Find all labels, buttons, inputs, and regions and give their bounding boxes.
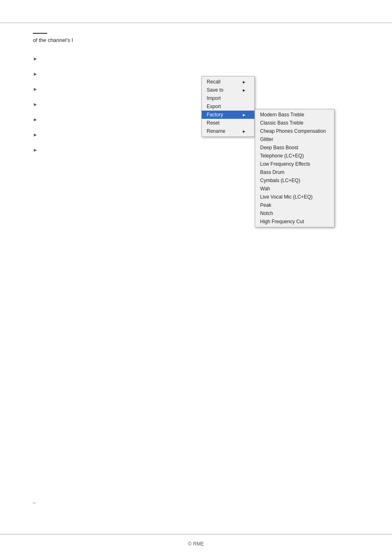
bullet-arrow-icon: ► [33,86,38,92]
context-menu-recall[interactable]: Recall ► [202,78,254,86]
bullet-arrow-icon: ► [33,56,38,62]
submenu-high-frequency-cut[interactable]: High Frequency Cut [255,217,334,226]
save-to-submenu-arrow-icon: ► [242,88,246,92]
submenu-telephone[interactable]: Telephone (LC+EQ) [255,152,334,160]
list-item: ► [33,86,359,92]
bullet-arrow-icon: ► [33,102,38,107]
export-label: Export [207,104,221,109]
footer: © RME [0,541,392,547]
bullet-arrow-icon: ► [33,132,38,138]
intro-text: of the channel's I [33,37,359,43]
recall-submenu-arrow-icon: ► [242,80,246,84]
factory-submenu: Modern Bass Treble Classic Bass Treble C… [255,109,334,227]
submenu-wah[interactable]: Wah [255,185,334,193]
save-to-label: Save to [207,87,224,93]
rename-label: Rename [207,128,225,134]
submenu-notch[interactable]: Notch [255,209,334,217]
factory-submenu-arrow-icon: ► [242,113,246,117]
context-menu-export[interactable]: Export [202,102,254,111]
context-menu-container: Recall ► Save to ► Import Export Factory… [201,76,255,137]
recall-label: Recall [207,79,220,85]
context-menu-import[interactable]: Import [202,94,254,102]
submenu-bass-drum[interactable]: Bass Drum [255,168,334,176]
bullet-arrow-icon: ► [33,71,38,77]
submenu-modern-bass-treble[interactable]: Modern Bass Treble [255,111,334,119]
submenu-classic-bass-treble[interactable]: Classic Bass Treble [255,119,334,127]
submenu-glitter[interactable]: Glitter [255,135,334,143]
import-label: Import [207,95,221,101]
bottom-border [0,534,392,534]
bullet-arrow-icon: ► [33,117,38,123]
context-menu-reset[interactable]: Reset [202,119,254,127]
list-item: ► [33,101,359,107]
list-item: ► [33,56,359,62]
submenu-low-frequency-effects[interactable]: Low Frequency Effects [255,160,334,168]
top-border [0,23,392,23]
context-menu-factory[interactable]: Factory ► [202,111,254,119]
context-menu-save-to[interactable]: Save to ► [202,86,254,94]
context-menu: Recall ► Save to ► Import Export Factory… [201,76,255,137]
context-menu-rename[interactable]: Rename ► [202,127,254,135]
rename-submenu-arrow-icon: ► [242,129,246,134]
short-line [33,33,47,34]
bullet-arrow-icon: ► [33,147,38,153]
factory-label: Factory [207,112,223,118]
bottom-dash: – [33,500,36,506]
submenu-cymbals[interactable]: Cymbals (LC+EQ) [255,176,334,185]
list-item: ► [33,71,359,77]
submenu-cheap-phones-compensation[interactable]: Cheap Phones Compensation [255,127,334,135]
submenu-deep-bass-boost[interactable]: Deep Bass Boost [255,143,334,152]
reset-label: Reset [207,120,219,126]
submenu-live-vocal-mic[interactable]: Live Vocal Mic (LC+EQ) [255,193,334,201]
submenu-peak[interactable]: Peak [255,201,334,209]
